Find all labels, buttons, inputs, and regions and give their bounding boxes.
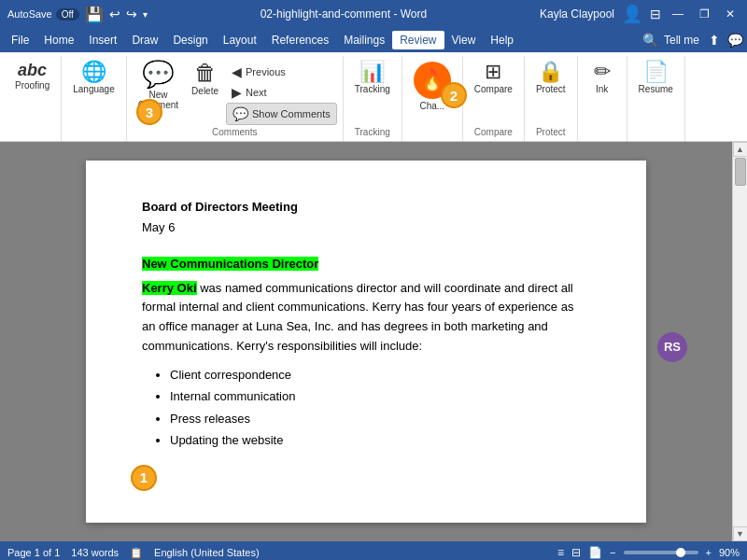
comment-icon[interactable]: 💬 xyxy=(727,33,743,48)
scroll-area: Board of Directors Meeting May 6 New Com… xyxy=(0,142,747,541)
delete-button[interactable]: 🗑 Delete xyxy=(186,58,224,100)
protect-icon: 🔒 xyxy=(538,62,563,82)
document[interactable]: Board of Directors Meeting May 6 New Com… xyxy=(86,161,646,523)
proofing-button[interactable]: abc Proofing xyxy=(9,58,55,94)
previous-icon: ◀ xyxy=(232,64,242,79)
callout-3: 3 xyxy=(136,99,162,125)
autosave-label: AutoSave xyxy=(7,8,52,20)
resume-icon: 📄 xyxy=(643,62,669,82)
restore-button[interactable]: ❐ xyxy=(695,5,713,23)
ribbon-group-resume: 📄 Resume xyxy=(627,56,685,141)
minimize-button[interactable]: — xyxy=(669,5,687,23)
undo-icon[interactable]: ↩ xyxy=(109,7,120,21)
tracking-button[interactable]: 📊 Tracking xyxy=(349,58,396,98)
user-name: Kayla Claypool xyxy=(540,7,614,21)
zoom-out-icon[interactable]: − xyxy=(610,547,615,558)
title-bar: AutoSave Off 💾 ↩ ↪ ▾ 02-highlight-and-co… xyxy=(0,0,747,28)
ribbon-group-comments: 💬 New Comment 🗑 Delete ◀ Previous ▶ Next xyxy=(127,56,344,141)
search-icon[interactable]: 🔍 xyxy=(642,33,658,48)
menu-bar: File Home Insert Draw Design Layout Refe… xyxy=(0,28,747,52)
compare-button[interactable]: ⊞ Compare xyxy=(469,58,518,98)
zoom-level: 90% xyxy=(719,547,740,558)
zoom-slider[interactable] xyxy=(624,551,698,554)
language-label: Language xyxy=(73,84,115,94)
view-icon-3[interactable]: 📄 xyxy=(588,546,602,559)
list-item: Updating the website xyxy=(170,431,590,450)
scroll-up-arrow[interactable]: ▲ xyxy=(733,142,748,157)
highlighted-name: Kerry Oki xyxy=(142,281,197,295)
scroll-track[interactable] xyxy=(733,157,747,526)
menu-layout[interactable]: Layout xyxy=(216,31,264,49)
autosave: AutoSave Off xyxy=(7,8,79,21)
scroll-down-arrow[interactable]: ▼ xyxy=(733,526,748,541)
title-bar-right: Kayla Claypool 👤 ⊟ — ❐ ✕ xyxy=(540,4,740,24)
proofing-icon: abc xyxy=(18,62,47,78)
zoom-thumb[interactable] xyxy=(676,548,685,557)
list-item: Internal communication xyxy=(170,387,590,406)
ribbon-group-compare: ⊞ Compare Compare xyxy=(463,56,525,141)
next-icon: ▶ xyxy=(232,85,242,100)
resume-button[interactable]: 📄 Resume xyxy=(633,58,679,98)
menu-references[interactable]: References xyxy=(264,31,336,49)
show-comments-button[interactable]: 💬 Show Comments xyxy=(226,103,337,125)
vertical-scrollbar[interactable]: ▲ ▼ xyxy=(732,142,747,541)
page-info: Page 1 of 1 xyxy=(7,547,60,558)
menu-design[interactable]: Design xyxy=(165,31,215,49)
doc-date: May 6 xyxy=(142,218,590,237)
callout-2: 2 xyxy=(441,82,467,108)
delete-icon: 🗑 xyxy=(194,62,217,84)
list-item: Press releases xyxy=(170,410,590,428)
ribbon-group-language: 🌐 Language xyxy=(62,56,127,141)
language-status: English (United States) xyxy=(154,547,260,558)
menu-home[interactable]: Home xyxy=(36,31,81,49)
language-button[interactable]: 🌐 Language xyxy=(67,58,120,98)
menu-mailings[interactable]: Mailings xyxy=(336,31,392,49)
menu-help[interactable]: Help xyxy=(483,31,521,49)
close-button[interactable]: ✕ xyxy=(721,5,740,23)
menu-view[interactable]: View xyxy=(444,31,484,49)
scroll-thumb[interactable] xyxy=(735,158,746,186)
zoom-in-icon[interactable]: + xyxy=(706,547,712,558)
protect-button[interactable]: 🔒 Protect xyxy=(530,58,571,98)
ribbon-toggle-icon[interactable]: ⊟ xyxy=(650,7,661,21)
word-count: 143 words xyxy=(71,547,119,558)
tracking-group-label: Tracking xyxy=(355,125,390,139)
ribbon-group-tracking: 📊 Tracking Tracking xyxy=(344,56,402,141)
redo-icon[interactable]: ↪ xyxy=(126,7,137,21)
callout-1: 1 xyxy=(131,465,157,491)
document-canvas: Board of Directors Meeting May 6 New Com… xyxy=(0,142,732,541)
proofing-label: Proofing xyxy=(15,80,49,91)
share-icon[interactable]: ⬆ xyxy=(709,33,720,48)
view-icon-2[interactable]: ⊟ xyxy=(571,546,581,559)
doc-check-icon: 📋 xyxy=(130,547,143,559)
menu-file[interactable]: File xyxy=(4,31,36,49)
previous-button[interactable]: ◀ Previous xyxy=(226,62,337,82)
menu-insert[interactable]: Insert xyxy=(81,31,124,49)
menu-draw[interactable]: Draw xyxy=(124,31,165,49)
tracking-icon: 📊 xyxy=(359,62,385,82)
ribbon-group-ink: ✏ Ink xyxy=(578,56,627,141)
new-comment-icon: 💬 xyxy=(142,62,175,88)
autosave-toggle[interactable]: Off xyxy=(56,8,79,21)
user-avatar: RS xyxy=(657,332,687,362)
next-button[interactable]: ▶ Next xyxy=(226,82,337,103)
show-comments-icon: 💬 xyxy=(233,106,248,121)
comments-group-label: Comments xyxy=(212,125,257,139)
window-title: 02-highlight-and-comment - Word xyxy=(148,7,540,21)
tell-me[interactable]: Tell me xyxy=(664,34,699,47)
language-icon: 🌐 xyxy=(81,62,106,82)
status-bar: Page 1 of 1 143 words 📋 English (United … xyxy=(0,541,747,560)
save-icon[interactable]: 💾 xyxy=(85,6,104,23)
ribbon-group-protect: 🔒 Protect Protect xyxy=(525,56,578,141)
compare-icon: ⊞ xyxy=(485,62,501,82)
compare-group-label: Compare xyxy=(474,125,513,139)
ink-button[interactable]: ✏ Ink xyxy=(584,58,621,98)
profile-icon[interactable]: 👤 xyxy=(622,4,642,24)
menu-review[interactable]: Review xyxy=(392,31,444,49)
doc-body-text: was named communications director and wi… xyxy=(142,281,573,353)
view-icon-1[interactable]: ≡ xyxy=(557,546,564,559)
list-item: Client correspondence xyxy=(170,366,590,385)
protect-group-label: Protect xyxy=(536,125,566,139)
ink-icon: ✏ xyxy=(594,62,611,82)
doc-heading: New Communications Director xyxy=(142,257,318,271)
